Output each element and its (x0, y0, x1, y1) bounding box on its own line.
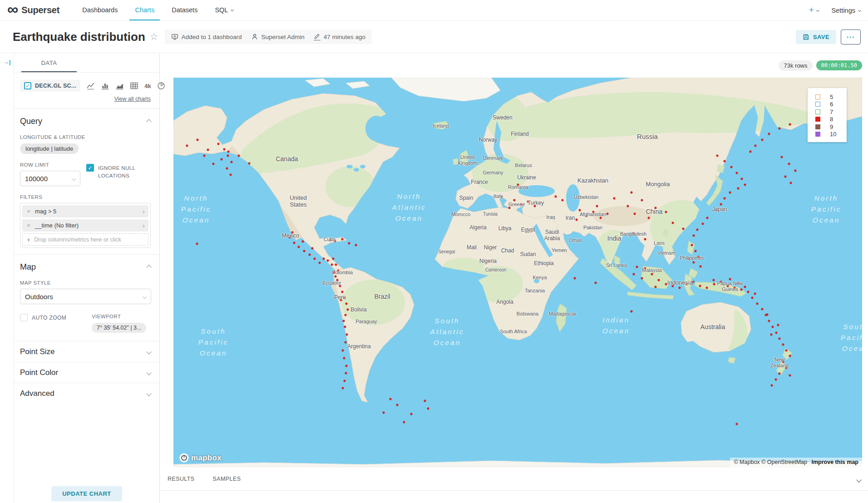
legend-value: 8 (830, 116, 833, 123)
more-options-button[interactable]: ··· (841, 30, 861, 44)
panel-tabbar: DATA (14, 53, 159, 73)
pie-chart-icon[interactable] (157, 82, 165, 90)
deckgl-map[interactable]: North Pacific OceanNorth Atlantic OceanN… (173, 78, 862, 467)
legend-swatch (815, 102, 820, 107)
favorite-star-icon[interactable]: ☆ (150, 31, 158, 42)
map-style-select[interactable]: Outdoors (20, 289, 151, 304)
map-heading: Map (20, 262, 36, 272)
mapbox-logo[interactable]: mapbox (179, 453, 222, 463)
auto-zoom-checkbox[interactable] (20, 314, 28, 321)
auto-zoom-label: AUTO ZOOM (32, 315, 66, 333)
brand-name: Superset (21, 5, 59, 15)
nav-item-charts[interactable]: Charts (129, 0, 160, 20)
new-item-menu[interactable]: + (809, 5, 819, 15)
drop-filter-zone[interactable]: + Drop columns/metrics here or click (22, 233, 148, 246)
ignore-null-control: ✓ IGNORE NULL LOCATIONS (86, 164, 151, 186)
line-chart-icon[interactable] (86, 82, 95, 90)
collapse-results-button[interactable] (857, 475, 861, 483)
filter-label: __time (No filter) (35, 222, 79, 229)
save-icon (803, 34, 809, 40)
datasource-strip: →| (0, 53, 14, 503)
view-all-charts: View all charts (20, 96, 151, 102)
lonlat-label: LONGITUDE & LATITUDE (20, 134, 151, 140)
update-chart-button[interactable]: UPDATE CHART (51, 486, 122, 501)
filter-pill[interactable]: ×mag > 5› (22, 205, 148, 217)
nav-item-dashboards[interactable]: Dashboards (77, 0, 123, 20)
chevron-up-icon (146, 119, 151, 124)
remove-filter-icon[interactable]: × (22, 222, 35, 229)
section-label: Advanced (20, 389, 54, 398)
remove-filter-icon[interactable]: × (22, 208, 35, 215)
tab-data[interactable]: DATA (21, 53, 77, 72)
section-point-color[interactable]: Point Color (20, 362, 151, 383)
viz-type-selected[interactable]: ✓ DECK.GL SC... (20, 80, 80, 92)
plus-icon: + (27, 236, 30, 243)
last-modified-label: 47 minutes ago (324, 34, 365, 40)
person-icon (251, 33, 258, 40)
query-timer-badge: 00:00:01.50 (816, 60, 862, 70)
viewport-value-pill[interactable]: 7° 35' 54.02" | 3... (92, 323, 146, 333)
results-panel: RESULTSSAMPLES (160, 467, 868, 503)
owner-badge[interactable]: Superset Admin (251, 33, 305, 40)
dashboard-badge-label: Added to 1 dashboard (182, 34, 242, 40)
data-panel: DATA ✓ DECK.GL SC... 4k (14, 53, 160, 503)
chevron-down-icon (856, 477, 861, 482)
dashboard-icon (171, 33, 178, 40)
filter-pill[interactable]: ×__time (No filter)› (22, 219, 148, 232)
map-section-header[interactable]: Map (20, 255, 151, 272)
results-tab-results[interactable]: RESULTS (168, 476, 195, 482)
main-nav: DashboardsChartsDatasetsSQL (77, 0, 239, 20)
row-limit-select[interactable]: 100000 (20, 171, 80, 186)
viz-selected-label: DECK.GL SC... (35, 83, 76, 89)
filters-box: ×mag > 5›×__time (No filter)› + Drop col… (20, 203, 151, 248)
results-tabbar: RESULTSSAMPLES (160, 467, 868, 491)
nav-item-label: Datasets (172, 6, 197, 14)
save-label: SAVE (813, 34, 829, 40)
table-icon[interactable] (130, 82, 138, 90)
last-modified[interactable]: 47 minutes ago (314, 34, 365, 40)
settings-menu[interactable]: Settings (832, 7, 861, 14)
expand-datasource-panel-icon[interactable]: →| (3, 59, 11, 503)
save-button[interactable]: SAVE (796, 30, 836, 44)
osm-attribution-link[interactable]: © OpenStreetMap (761, 459, 807, 465)
legend-value: 9 (830, 123, 833, 130)
legend-value: 7 (830, 108, 833, 115)
dashboard-badge[interactable]: Added to 1 dashboard (171, 33, 242, 40)
results-tab-samples[interactable]: SAMPLES (213, 476, 241, 482)
legend-swatch (815, 109, 820, 114)
area-chart-icon[interactable] (115, 82, 124, 90)
row-count-badge: 73k rows (779, 60, 812, 71)
page-title: Earthquake distribution (13, 30, 145, 44)
section-point-size[interactable]: Point Size (20, 341, 151, 362)
map-attribution: © Mapbox © OpenStreetMap Improve this ma… (730, 458, 862, 467)
bar-chart-icon[interactable] (101, 82, 109, 90)
nav-item-sql[interactable]: SQL (209, 0, 239, 20)
mapbox-attribution-link[interactable]: © Mapbox (734, 459, 760, 465)
query-section-header[interactable]: Query (20, 109, 151, 126)
legend-value: 5 (830, 94, 833, 100)
legend-swatch (815, 124, 820, 129)
chart-area: 73k rows 00:00:01.50 (160, 53, 868, 503)
legend-row: 6 (808, 101, 847, 108)
legend-value: 6 (830, 101, 833, 108)
chevron-down-icon (143, 294, 147, 299)
superset-logo[interactable]: ∞ Superset (7, 0, 59, 20)
big-number-icon[interactable]: 4k (144, 83, 151, 89)
filters-label: FILTERS (20, 194, 151, 200)
ignore-null-checkbox[interactable]: ✓ (86, 164, 94, 172)
improve-map-link[interactable]: Improve this map (812, 459, 859, 465)
nav-item-datasets[interactable]: Datasets (166, 0, 203, 20)
nav-item-label: SQL (215, 6, 228, 14)
chart-status-row: 73k rows 00:00:01.50 (160, 53, 868, 78)
legend-row: 7 (808, 108, 847, 116)
legend-row: 8 (808, 116, 847, 123)
caret-right-icon: › (143, 222, 148, 229)
drop-hint: Drop columns/metrics here or click (34, 237, 121, 243)
chevron-down-icon (146, 391, 151, 396)
chevron-down-icon (72, 176, 76, 181)
settings-label: Settings (832, 7, 855, 14)
query-heading: Query (20, 117, 42, 126)
header-actions: SAVE ··· (796, 30, 861, 44)
section-advanced[interactable]: Advanced (20, 383, 151, 404)
lonlat-value-pill[interactable]: longitude | latitude (20, 143, 79, 154)
